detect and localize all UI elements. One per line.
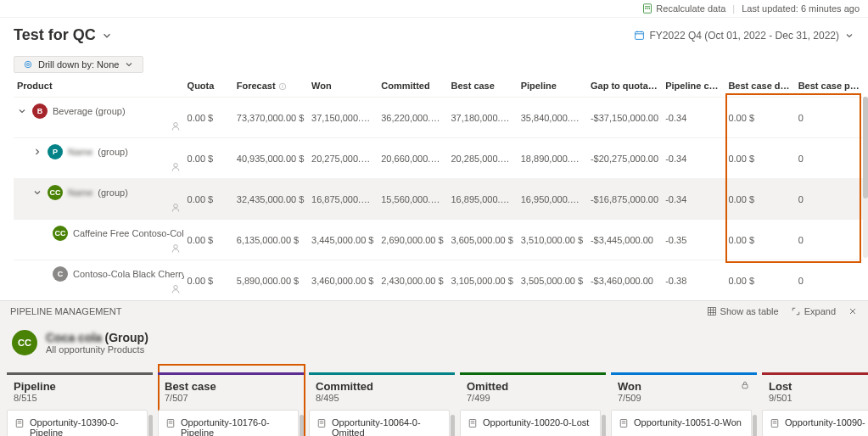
page-title: Test for QC (14, 26, 96, 44)
cell-committed: 15,560,000.00 $ (378, 179, 447, 220)
kanban-card[interactable]: Opportunity-10176-0-PipelineEst. Close D… (158, 410, 299, 436)
forecast-grid: ProductQuotaForecast WonCommittedBest ca… (14, 75, 863, 300)
info-icon (278, 82, 287, 91)
close-button[interactable] (848, 306, 858, 316)
cell-bcp: 0 (795, 98, 863, 138)
cell-pipeline: 35,840,000.00 $ (518, 98, 587, 138)
column-scrollbar[interactable] (753, 415, 757, 436)
column-header[interactable]: Pipeline (518, 75, 587, 98)
user-icon (171, 121, 181, 131)
column-header[interactable]: Best case produ… (795, 75, 863, 98)
cell-forecast: 32,435,000.00 $ (233, 179, 308, 220)
cell-bcp: 0 (795, 220, 863, 260)
cell-best: 16,895,000.00 $ (447, 179, 517, 220)
cell-forecast: 6,135,000.00 $ (233, 220, 308, 260)
cell-gap: -$3,445,000.00 (587, 220, 662, 260)
column-header[interactable]: Product (14, 75, 184, 98)
cell-quota: 0.00 $ (184, 179, 233, 220)
kanban-column: Omitted7/499Opportunity-10020-0-LostEst.… (460, 372, 606, 436)
kanban-column: Committed8/495Opportunity-10064-0-Omitte… (309, 372, 455, 436)
table-row[interactable]: CCCaffeine Free Contoso-Cola0.00 $6,135,… (14, 220, 863, 260)
chevron-down-icon[interactable] (32, 187, 42, 198)
chevron-right-icon[interactable] (32, 147, 42, 157)
table-row[interactable]: CCName (group)0.00 $32,435,000.00 $16,87… (14, 179, 863, 220)
avatar: CC (53, 226, 68, 241)
lock-icon (740, 380, 750, 390)
kanban-column: Lost9/501Opportunity-10090-Actual Close…… (762, 372, 868, 436)
product-label: (group) (98, 187, 127, 198)
column-count: 7/507 (165, 393, 216, 403)
table-row[interactable]: CContoso-Cola Black Cherry Va0.00 $5,890… (14, 260, 863, 301)
column-header[interactable]: Forecast (233, 75, 308, 98)
cell-best: 3,605,000.00 $ (447, 220, 517, 260)
cell-bcp: 0 (795, 260, 863, 301)
product-label: Contoso-Cola Black Cherry Va (73, 269, 184, 279)
chevron-down-icon (101, 30, 113, 42)
vertical-scrollbar[interactable] (863, 97, 868, 258)
cell-committed: 2,690,000.00 $ (378, 220, 447, 260)
column-header[interactable]: Gap to quota (587, 75, 662, 98)
column-header[interactable]: Committed (378, 75, 447, 98)
cell-quota: 0.00 $ (184, 98, 233, 138)
document-icon (316, 418, 327, 428)
drilldown-selector[interactable]: Drill down by: None (14, 56, 143, 73)
user-icon (171, 162, 181, 172)
cell-committed: 36,220,000.00 $ (378, 98, 447, 138)
kanban-card[interactable]: Opportunity-10390-0-PipelineEst. Close D… (7, 410, 148, 436)
cell-forecast: 40,935,000.00 $ (233, 138, 308, 179)
expand-button[interactable]: Expand (791, 306, 836, 316)
column-header[interactable]: Best case (447, 75, 517, 98)
cell-committed: 20,660,000.00 $ (378, 138, 447, 179)
column-scrollbar[interactable] (451, 415, 455, 436)
recalc-label: Recalculate data (656, 3, 725, 14)
calendar-icon (634, 30, 645, 41)
cell-gap: -$37,150,000.00 (587, 98, 662, 138)
cell-bcd: 0.00 $ (725, 260, 794, 301)
table-row[interactable]: BBeverage (group)0.00 $73,370,000.00 $37… (14, 98, 863, 138)
page-title-dropdown[interactable]: Test for QC (14, 26, 113, 44)
product-label: (group) (98, 147, 127, 157)
cell-won: 3,460,000.00 $ (308, 260, 378, 301)
group-header: CC Coca cola (Group) All opportunity Pro… (0, 321, 868, 364)
kanban-card[interactable]: Opportunity-10051-0-WonActual Close…02/0… (611, 410, 752, 436)
cell-gap: -$16,875,000.00 (587, 179, 662, 220)
kanban-card[interactable]: Opportunity-10090-Actual Close…02/08/202 (762, 410, 868, 436)
recalculate-button[interactable]: Recalculate data (642, 3, 725, 14)
chevron-down-icon (124, 59, 134, 70)
kanban-board: Pipeline8/515Opportunity-10390-0-Pipelin… (0, 364, 868, 436)
group-avatar: CC (12, 330, 37, 355)
cell-cov: -0.34 (662, 98, 725, 138)
cell-gap: -$3,460,000.00 (587, 260, 662, 301)
card-title: Opportunity-10090- (785, 417, 865, 428)
kanban-column: Pipeline8/515Opportunity-10390-0-Pipelin… (7, 372, 153, 436)
card-title: Opportunity-10051-0-Won (634, 417, 742, 428)
show-table-label: Show as table (720, 306, 779, 316)
column-scrollbar[interactable] (300, 415, 304, 436)
column-header[interactable]: Quota (184, 75, 233, 98)
column-header[interactable]: Best case disco… (725, 75, 794, 98)
cell-cov: -0.34 (662, 138, 725, 179)
cell-forecast: 73,370,000.00 $ (233, 98, 308, 138)
column-scrollbar[interactable] (602, 415, 606, 436)
column-header[interactable]: Won (308, 75, 378, 98)
column-scrollbar[interactable] (148, 415, 153, 436)
kanban-card[interactable]: Opportunity-10020-0-LostEst. Close Da…02… (460, 410, 601, 436)
period-label: FY2022 Q4 (Oct 01, 2022 - Dec 31, 2022) (650, 30, 839, 42)
cell-pipeline: 3,510,000.00 $ (518, 220, 587, 260)
cell-won: 20,275,000.00 $ (308, 138, 378, 179)
column-header[interactable]: Pipeline cove… (662, 75, 725, 98)
cell-quota: 0.00 $ (184, 220, 233, 260)
show-as-table-button[interactable]: Show as table (707, 306, 779, 316)
kanban-card[interactable]: Opportunity-10064-0-OmittedEst. Close Da… (309, 410, 450, 436)
table-row[interactable]: PName (group)0.00 $40,935,000.00 $20,275… (14, 138, 863, 179)
column-title: Omitted (467, 380, 508, 393)
cell-pipeline: 18,890,000.00 $ (518, 138, 587, 179)
cell-won: 3,445,000.00 $ (308, 220, 378, 260)
cell-forecast: 5,890,000.00 $ (233, 260, 308, 301)
last-updated-text: Last updated: 6 minutes ago (742, 3, 860, 14)
document-icon (619, 418, 629, 428)
period-selector[interactable]: FY2022 Q4 (Oct 01, 2022 - Dec 31, 2022) (634, 30, 854, 42)
chevron-down-icon[interactable] (17, 106, 27, 116)
column-count: 7/499 (467, 393, 508, 403)
column-count: 9/501 (769, 393, 792, 403)
